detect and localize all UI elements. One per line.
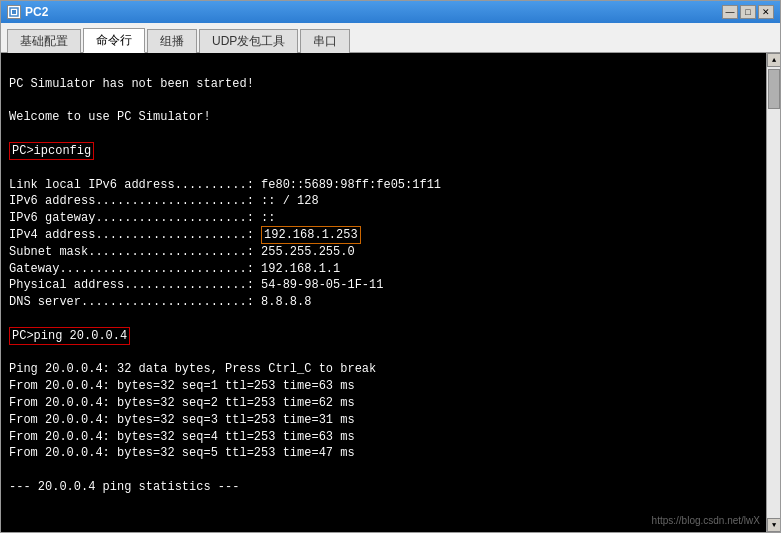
scrollbar-track[interactable] <box>767 67 780 518</box>
scrollbar-down-button[interactable]: ▼ <box>767 518 780 532</box>
close-button[interactable]: ✕ <box>758 5 774 19</box>
scrollbar-thumb[interactable] <box>768 69 780 109</box>
title-buttons: — □ ✕ <box>722 5 774 19</box>
terminal-line-ping-5: From 20.0.0.4: bytes=32 seq=5 ttl=253 ti… <box>9 445 758 462</box>
terminal-cmd-ping: PC>ping 20.0.0.4 <box>9 328 758 345</box>
terminal-line-blank3 <box>9 126 758 143</box>
maximize-button[interactable]: □ <box>740 5 756 19</box>
terminal-cmd-ipconfig: PC>ipconfig <box>9 143 758 160</box>
terminal-line-ipv6-gw: IPv6 gateway.....................: :: <box>9 210 758 227</box>
terminal-line-ping-4: From 20.0.0.4: bytes=32 seq=4 ttl=253 ti… <box>9 429 758 446</box>
terminal-line-2: Welcome to use PC Simulator! <box>9 109 758 126</box>
terminal-line-blank7 <box>9 462 758 479</box>
terminal-line-ping-2: From 20.0.0.4: bytes=32 seq=2 ttl=253 ti… <box>9 395 758 412</box>
terminal-line-ping-stats: --- 20.0.0.4 ping statistics --- <box>9 479 758 496</box>
terminal-line-1: PC Simulator has not been started! <box>9 76 758 93</box>
ipconfig-cmd-box: PC>ipconfig <box>9 142 94 160</box>
scrollbar[interactable]: ▲ ▼ <box>766 53 780 532</box>
terminal-line-blank4 <box>9 160 758 177</box>
tab-udp[interactable]: UDP发包工具 <box>199 29 298 53</box>
tab-serial[interactable]: 串口 <box>300 29 350 53</box>
minimize-button[interactable]: — <box>722 5 738 19</box>
window-icon <box>7 5 21 19</box>
terminal-line-gateway: Gateway..........................: 192.1… <box>9 261 758 278</box>
tab-group[interactable]: 组播 <box>147 29 197 53</box>
svg-rect-1 <box>12 10 16 14</box>
terminal-line-blank5 <box>9 311 758 328</box>
terminal-line-blank2 <box>9 93 758 110</box>
window: PC2 — □ ✕ 基础配置 命令行 组播 UDP发包工具 串口 PC Simu… <box>0 0 781 533</box>
ipv4-value-box: 192.168.1.253 <box>261 226 361 244</box>
terminal-line-physical: Physical address.................: 54-89… <box>9 277 758 294</box>
scrollbar-up-button[interactable]: ▲ <box>767 53 780 67</box>
window-title: PC2 <box>25 5 48 19</box>
terminal-line-ping-info: Ping 20.0.0.4: 32 data bytes, Press Ctrl… <box>9 361 758 378</box>
terminal-line-subnet: Subnet mask......................: 255.2… <box>9 244 758 261</box>
terminal-line-ping-1: From 20.0.0.4: bytes=32 seq=1 ttl=253 ti… <box>9 378 758 395</box>
watermark: https://blog.csdn.net/lwX <box>652 514 760 528</box>
tab-basic[interactable]: 基础配置 <box>7 29 81 53</box>
title-bar: PC2 — □ ✕ <box>1 1 780 23</box>
title-bar-left: PC2 <box>7 5 48 19</box>
terminal-line-blank6 <box>9 345 758 362</box>
tab-bar: 基础配置 命令行 组播 UDP发包工具 串口 <box>1 23 780 53</box>
terminal-line-blank1 <box>9 59 758 76</box>
tab-cmd[interactable]: 命令行 <box>83 28 145 53</box>
terminal-line-ipv6-link: Link local IPv6 address..........: fe80:… <box>9 177 758 194</box>
terminal-line-ipv6-addr: IPv6 address.....................: :: / … <box>9 193 758 210</box>
terminal-line-dns: DNS server.......................: 8.8.8… <box>9 294 758 311</box>
terminal-line-ipv4: IPv4 address.....................: 192.1… <box>9 227 758 244</box>
ping-cmd-box: PC>ping 20.0.0.4 <box>9 327 130 345</box>
content-area: PC Simulator has not been started! Welco… <box>1 53 780 532</box>
terminal[interactable]: PC Simulator has not been started! Welco… <box>1 53 766 532</box>
terminal-line-ping-3: From 20.0.0.4: bytes=32 seq=3 ttl=253 ti… <box>9 412 758 429</box>
